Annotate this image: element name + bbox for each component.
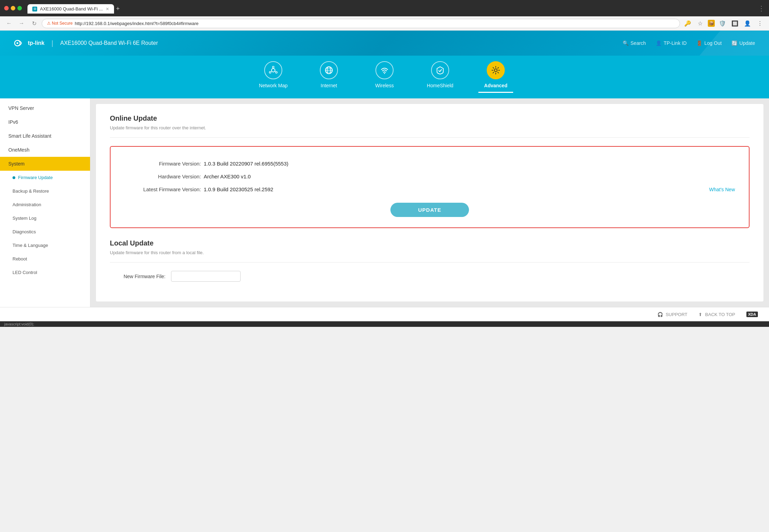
wireless-label: Wireless [375, 83, 394, 88]
svg-point-5 [269, 72, 271, 73]
browser-chrome: ⚙ AXE16000 Quad-Band Wi-Fi ... ✕ + ⋮ ← →… [0, 0, 769, 31]
online-update-button[interactable]: UPDATE [390, 203, 469, 217]
firmware-info-box: Firmware Version: 1.0.3 Build 20220907 r… [110, 146, 750, 228]
tab-network-map[interactable]: Network Map [256, 61, 291, 98]
browser-status-bar: javascript:void(0); [0, 321, 769, 327]
svg-point-15 [494, 69, 497, 72]
online-update-divider [110, 137, 750, 138]
sidebar-item-led-control[interactable]: LED Control [0, 266, 90, 279]
tab-favicon: ⚙ [32, 7, 37, 11]
tplink-id-nav-item[interactable]: 👤 TP-Link ID [656, 40, 687, 46]
security-indicator: ⚠ Not Secure [47, 21, 73, 26]
firmware-version-value: 1.0.3 Build 20220907 rel.6955(5553) [204, 161, 289, 167]
sidebar-item-ipv6[interactable]: IPv6 [0, 115, 90, 129]
new-firmware-file-input[interactable] [171, 271, 241, 282]
online-update-desc: Update firmware for this router over the… [110, 125, 750, 130]
network-map-icon [264, 61, 282, 79]
browser-window-controls [4, 6, 22, 10]
sidebar-item-system[interactable]: System [0, 157, 90, 171]
chrome-menu-icon[interactable]: ⋮ [755, 18, 765, 28]
brand-area: tp-link | AXE16000 Quad-Band Wi-Fi 6E Ro… [14, 38, 158, 49]
svg-point-3 [273, 66, 274, 68]
sidebar-item-firmware-update[interactable]: Firmware Update [0, 171, 90, 184]
local-update-section: Local Update Update firmware for this ro… [110, 239, 750, 282]
network-map-label: Network Map [259, 83, 288, 88]
update-button-wrap: UPDATE [124, 203, 735, 217]
password-manager-icon[interactable]: 🔑 [683, 18, 693, 28]
back-to-top-icon: ⬆ [698, 312, 702, 317]
new-firmware-file-label: New Firmware File: [110, 274, 165, 279]
online-update-section: Online Update Update firmware for this r… [110, 114, 750, 228]
extension-icon[interactable]: 📦 [708, 20, 715, 27]
sidebar-item-system-log[interactable]: System Log [0, 211, 90, 225]
tab-internet[interactable]: Internet [311, 61, 346, 98]
page-footer: 🎧 SUPPORT ⬆ BACK TO TOP XDA [0, 307, 769, 321]
extensions-icon[interactable]: 🔲 [730, 18, 740, 28]
svg-line-8 [271, 71, 272, 72]
brand-name-text: tp-link [28, 40, 44, 46]
svg-point-14 [384, 73, 385, 74]
tab-title: AXE16000 Quad-Band Wi-Fi ... [40, 6, 103, 11]
main-nav-tabs: Network Map Internet [0, 56, 769, 98]
brand-divider: | [51, 39, 53, 47]
support-footer-item[interactable]: 🎧 SUPPORT [657, 312, 688, 317]
whats-new-link[interactable]: What's New [709, 187, 735, 192]
tab-advanced[interactable]: Advanced [478, 61, 513, 98]
tab-close-button[interactable]: ✕ [106, 7, 109, 11]
sidebar-item-reboot[interactable]: Reboot [0, 252, 90, 266]
hardware-version-label: Hardware Version: [124, 174, 201, 179]
online-update-title: Online Update [110, 114, 750, 122]
sidebar-item-diagnostics[interactable]: Diagnostics [0, 225, 90, 239]
tab-wireless[interactable]: Wireless [367, 61, 402, 98]
hardware-version-row: Hardware Version: Archer AXE300 v1.0 [124, 170, 735, 183]
homeshield-icon [431, 61, 449, 79]
window-minimize-button[interactable] [11, 6, 15, 10]
main-content: Online Update Update firmware for this r… [96, 104, 763, 301]
reload-button[interactable]: ↻ [29, 18, 39, 28]
sidebar-item-administration[interactable]: Administration [0, 198, 90, 211]
shield-icon[interactable]: 🛡️ [718, 18, 727, 28]
address-bar[interactable]: ⚠ Not Secure http://192.168.0.1/webpages… [42, 19, 680, 28]
tab-homeshield[interactable]: HomeShield [423, 61, 458, 98]
logout-nav-item[interactable]: 🚪 Log Out [696, 40, 722, 46]
router-header: tp-link | AXE16000 Quad-Band Wi-Fi 6E Ro… [0, 31, 769, 56]
firmware-version-label: Firmware Version: [124, 161, 201, 167]
sidebar-item-time-language[interactable]: Time & Language [0, 239, 90, 252]
sidebar-item-onemesh[interactable]: OneMesh [0, 143, 90, 157]
window-close-button[interactable] [4, 6, 9, 10]
advanced-icon [487, 61, 505, 79]
forward-button[interactable]: → [17, 18, 26, 28]
account-icon: 👤 [656, 40, 662, 46]
internet-label: Internet [321, 83, 337, 88]
svg-point-1 [17, 42, 18, 44]
hardware-version-value: Archer AXE300 v1.0 [204, 174, 251, 179]
browser-tab-bar: ⚙ AXE16000 Quad-Band Wi-Fi ... ✕ + [25, 3, 755, 14]
xda-badge: XDA [746, 312, 758, 317]
internet-icon [320, 61, 338, 79]
svg-line-7 [275, 71, 276, 72]
update-icon: 🔄 [731, 40, 737, 46]
sidebar-item-smart-life[interactable]: Smart Life Assistant [0, 129, 90, 143]
profile-icon[interactable]: 👤 [743, 18, 752, 28]
url-text: http://192.168.0.1/webpages/index.html?t… [75, 21, 199, 26]
local-update-desc: Update firmware for this router from a l… [110, 250, 750, 255]
xda-brand: XDA [746, 312, 758, 317]
browser-action-icons: 🔑 ☆ 📦 🛡️ 🔲 👤 ⋮ [683, 18, 765, 28]
svg-point-4 [276, 72, 277, 73]
browser-navbar: ← → ↻ ⚠ Not Secure http://192.168.0.1/we… [0, 16, 769, 31]
sidebar-item-backup-restore[interactable]: Backup & Restore [0, 184, 90, 198]
back-button[interactable]: ← [4, 18, 14, 28]
new-firmware-file-row: New Firmware File: [110, 271, 750, 282]
advanced-label: Advanced [484, 83, 508, 88]
active-browser-tab[interactable]: ⚙ AXE16000 Quad-Band Wi-Fi ... ✕ [27, 4, 114, 14]
sidebar: VPN Server IPv6 Smart Life Assistant One… [0, 98, 90, 307]
back-to-top-footer-item[interactable]: ⬆ BACK TO TOP [698, 312, 735, 317]
browser-more-menu[interactable]: ⋮ [758, 4, 765, 13]
window-maximize-button[interactable] [17, 6, 22, 10]
search-nav-item[interactable]: 🔍 Search [623, 40, 646, 46]
new-tab-button[interactable]: + [116, 5, 120, 13]
sidebar-item-vpn-server[interactable]: VPN Server [0, 101, 90, 115]
search-icon: 🔍 [623, 40, 629, 46]
bookmark-icon[interactable]: ☆ [695, 18, 705, 28]
update-nav-item[interactable]: 🔄 Update [731, 40, 755, 46]
